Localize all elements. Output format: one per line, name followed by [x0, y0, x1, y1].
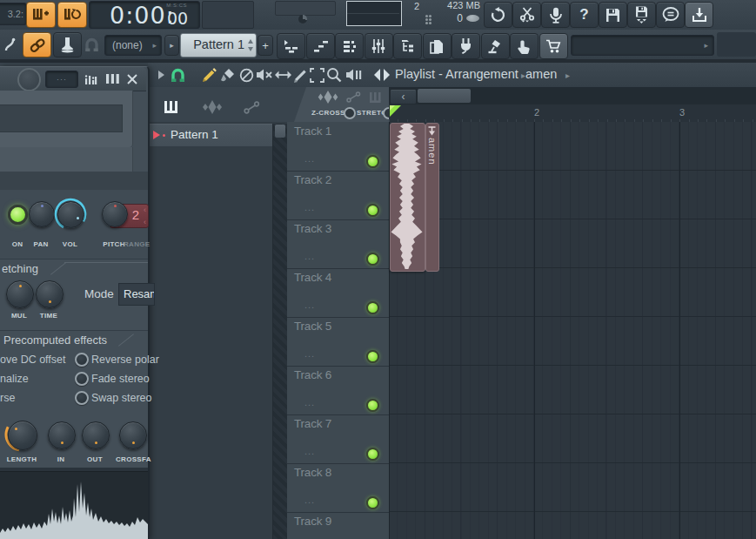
scrollbar-thumb[interactable]: [418, 89, 471, 103]
sample-name-field[interactable]: [0, 104, 123, 132]
channel-enable-led[interactable]: [8, 205, 28, 225]
keyboard-view-icon[interactable]: [106, 74, 119, 84]
paint-tool-icon[interactable]: [220, 68, 236, 83]
playlist-grid[interactable]: amen: [389, 122, 756, 539]
track-options[interactable]: ...: [304, 251, 315, 261]
playlist-title[interactable]: Playlist - Arrangement: [395, 67, 518, 81]
track-options[interactable]: ...: [304, 300, 315, 310]
track-options[interactable]: ...: [304, 397, 315, 408]
mul-knob[interactable]: [6, 280, 34, 308]
track-enable-led[interactable]: [366, 253, 379, 266]
track-row-header[interactable]: Track 7...: [287, 414, 389, 464]
in-knob[interactable]: [48, 421, 76, 449]
track-row-header[interactable]: Track 6...: [287, 366, 389, 415]
track-name[interactable]: Track 3: [294, 222, 331, 235]
track-row-header[interactable]: Track 1...: [287, 122, 389, 172]
delete-tool-icon[interactable]: [239, 68, 254, 83]
track-enable-led[interactable]: [366, 448, 379, 461]
track-options[interactable]: ...: [304, 446, 315, 456]
track-enable-led[interactable]: [366, 350, 379, 363]
detailed-settings-icon[interactable]: [84, 73, 97, 84]
fade-stereo-toggle[interactable]: [75, 372, 89, 386]
plugin-database-button[interactable]: [423, 33, 452, 59]
track-name[interactable]: Track 5: [294, 320, 331, 333]
sample-waveform-preview[interactable]: [0, 471, 148, 539]
picker-scrollbar[interactable]: [272, 124, 288, 539]
playlist-snap-magnet-icon[interactable]: [170, 68, 186, 83]
audio-clip[interactable]: amen: [390, 123, 438, 270]
mute-tool-icon[interactable]: [256, 68, 273, 82]
vol-knob[interactable]: [57, 201, 84, 228]
time-knob[interactable]: [36, 280, 64, 308]
scroll-left-button[interactable]: ‹: [390, 89, 417, 104]
track-name[interactable]: Track 8: [294, 466, 331, 479]
playback-marker-flag[interactable]: [390, 105, 402, 118]
track-enable-led[interactable]: [366, 496, 379, 509]
track-options[interactable]: ...: [304, 153, 315, 164]
audio-clip-name-bar[interactable]: amen: [425, 123, 439, 272]
playlist-toggle-button[interactable]: [277, 33, 305, 59]
length-knob[interactable]: [8, 421, 37, 450]
plugin-picker-button[interactable]: [452, 33, 480, 59]
picker-automation-tab-icon[interactable]: [244, 101, 260, 114]
draw-tool-icon[interactable]: [202, 68, 217, 83]
save-button[interactable]: [599, 2, 627, 28]
track-enable-led[interactable]: [366, 155, 379, 168]
picker-scrollbar-thumb[interactable]: [275, 125, 285, 138]
remove-dc-offset-option[interactable]: ove DC offset: [0, 354, 66, 366]
playback-tool-icon[interactable]: [345, 68, 363, 82]
feedback-button[interactable]: [656, 2, 685, 28]
pan-knob[interactable]: [29, 201, 55, 227]
channel-display[interactable]: ···: [45, 71, 78, 88]
track-row-header[interactable]: Track 2...: [287, 171, 389, 220]
hint-dropdown[interactable]: ▸: [571, 35, 714, 56]
performance-mode-button[interactable]: [481, 33, 510, 59]
track-options[interactable]: ...: [304, 202, 315, 212]
pattern-menu-button[interactable]: ▸: [164, 35, 179, 56]
track-row-header[interactable]: Track 9...: [287, 512, 389, 539]
typing-keyboard-icon[interactable]: [3, 37, 19, 52]
reverse-polarity-option[interactable]: Reverse polar: [91, 354, 159, 366]
cut-button[interactable]: [512, 2, 541, 28]
clone-pattern-button[interactable]: [57, 2, 87, 28]
clip-menu-icon[interactable]: [428, 126, 436, 136]
zcross-toggle[interactable]: [344, 107, 356, 119]
channel-volume-knob[interactable]: [17, 68, 41, 91]
track-options[interactable]: ...: [304, 348, 315, 359]
picker-audio-tab-icon[interactable]: [202, 100, 223, 114]
clip-automation-icon[interactable]: [346, 91, 361, 103]
slip-tool-icon[interactable]: [275, 70, 291, 80]
track-row-header[interactable]: Track 3...: [287, 219, 389, 269]
mixer-toggle-button[interactable]: [365, 33, 393, 59]
reverse-polarity-toggle[interactable]: [75, 353, 89, 367]
help-button[interactable]: ?: [570, 2, 599, 28]
track-name[interactable]: Track 2: [294, 173, 331, 186]
link-controllers-button[interactable]: [23, 32, 51, 57]
spinner-up-icon[interactable]: [248, 39, 253, 44]
range-stepper-up[interactable]: ‹: [144, 205, 146, 214]
new-pattern-button[interactable]: +: [258, 35, 273, 56]
track-row-header[interactable]: Track 5...: [287, 317, 389, 367]
swap-stereo-option[interactable]: Swap stereo: [91, 392, 151, 404]
track-enable-led[interactable]: [366, 301, 379, 314]
out-knob[interactable]: [82, 421, 110, 449]
track-enable-led[interactable]: [366, 204, 379, 217]
preview-keyboard-button[interactable]: [53, 32, 82, 57]
track-options[interactable]: ...: [304, 495, 315, 505]
undo-button[interactable]: [484, 2, 512, 28]
reverse-option[interactable]: rse: [0, 392, 15, 404]
track-row-header[interactable]: Track 4...: [287, 268, 389, 318]
slice-tool-icon[interactable]: [293, 68, 308, 83]
fade-stereo-option[interactable]: Fade stereo: [91, 373, 150, 385]
pitch-knob[interactable]: [102, 201, 128, 227]
touch-toggle-button[interactable]: [510, 33, 539, 59]
link-target-dropdown[interactable]: (none) ▸: [104, 35, 162, 56]
track-name[interactable]: Track 4: [294, 271, 331, 284]
zoom-tool-icon[interactable]: [326, 67, 342, 83]
picker-patterns-tab-icon[interactable]: [164, 100, 179, 114]
pattern-selector[interactable]: Pattern 1: [180, 33, 257, 57]
track-row-header[interactable]: Track 8...: [287, 463, 389, 513]
audio-clip-waveform[interactable]: [390, 123, 425, 272]
track-enable-led[interactable]: [366, 399, 379, 412]
track-name[interactable]: Track 6: [294, 368, 331, 381]
